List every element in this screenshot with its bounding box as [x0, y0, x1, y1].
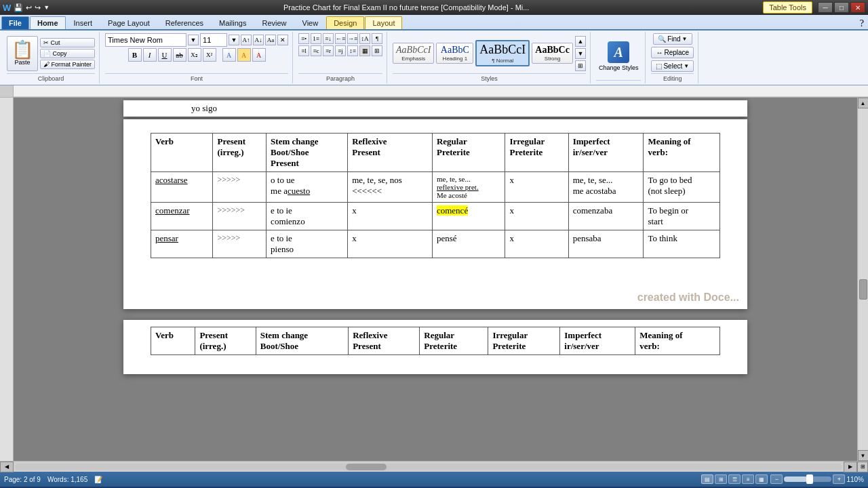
web-layout-button[interactable]: ☰ — [728, 474, 741, 484]
align-left[interactable]: ≡l — [298, 45, 309, 56]
font-size-input[interactable] — [200, 33, 227, 47]
clear-formatting[interactable]: ✕ — [277, 35, 288, 45]
font-name-dropdown[interactable]: ▼ — [188, 35, 199, 45]
outline-button[interactable]: ≡ — [742, 474, 754, 484]
tab-view[interactable]: View — [295, 16, 326, 29]
tab-design[interactable]: Design — [326, 16, 364, 29]
format-painter-button[interactable]: 🖌 Format Painter — [40, 60, 95, 69]
tab-layout[interactable]: Layout — [365, 16, 402, 29]
tab-file[interactable]: File — [1, 16, 29, 29]
replace-button[interactable]: ↔ Replace — [651, 47, 694, 58]
styles-scroll-up[interactable]: ▲ — [575, 36, 586, 47]
page-indicator: Page: 2 of 9 — [4, 476, 41, 483]
tab-page-layout[interactable]: Page Layout — [100, 16, 157, 29]
corner-button[interactable]: ⊞ — [857, 462, 868, 472]
underline-button[interactable]: U — [158, 48, 172, 62]
decrease-indent[interactable]: ←≡ — [335, 33, 346, 44]
window-controls: ─ □ ✕ — [818, 2, 865, 13]
sort-button[interactable]: ↕A — [359, 33, 370, 44]
font-size-dropdown[interactable]: ▼ — [229, 35, 239, 45]
superscript-button[interactable]: X² — [203, 48, 216, 62]
style-normal-button[interactable]: AaBbCcI ¶ Normal — [475, 40, 530, 66]
verb-pensar: pensar — [155, 233, 178, 243]
font-size-increase[interactable]: A↑ — [241, 35, 252, 45]
tab-home[interactable]: Home — [30, 16, 66, 29]
paragraph-group: ≡• 1≡ ≡↓ ←≡ →≡ ↕A ¶ ≡l ≡c ≡r ≡j ↕≡ ▦ ⊞ — [294, 32, 387, 83]
text-highlight-button[interactable]: A — [237, 48, 251, 62]
zoom-in-button[interactable]: + — [833, 474, 845, 484]
title-bar-left: W 💾 ↩ ↪ ▼ — [3, 3, 50, 13]
style-emphasis-button[interactable]: AaBbCcI Emphasis — [393, 43, 434, 64]
styles-scroll-down[interactable]: ▼ — [575, 48, 586, 59]
print-layout-button[interactable]: ▤ — [701, 474, 713, 484]
shading-button[interactable]: ▦ — [359, 45, 370, 56]
scroll-left-button[interactable]: ◀ — [0, 462, 14, 472]
tab-review[interactable]: Review — [254, 16, 294, 29]
multilevel-button[interactable]: ≡↓ — [323, 33, 334, 44]
draft-button[interactable]: ▦ — [755, 474, 768, 484]
numbering-button[interactable]: 1≡ — [311, 33, 321, 44]
styles-group: AaBbCcI Emphasis AaBbC Heading 1 AaBbCcI… — [389, 32, 591, 83]
tab-insert[interactable]: Insert — [66, 16, 100, 29]
align-right[interactable]: ≡r — [323, 45, 334, 56]
cell-imperfect-comenzar: comenzaba — [568, 203, 644, 230]
find-button[interactable]: 🔍 Find ▼ — [653, 33, 692, 45]
italic-button[interactable]: I — [143, 48, 157, 62]
font-color-button[interactable]: A — [252, 48, 266, 62]
replace-icon: ↔ — [656, 49, 663, 56]
document-scroll-area[interactable]: yo sigo Verb Present(irreg.) Stem change… — [14, 98, 857, 461]
paste-button[interactable]: 📋 Paste — [7, 36, 38, 71]
select-dropdown-icon: ▼ — [684, 63, 689, 69]
scroll-track[interactable] — [859, 108, 868, 450]
tab-references[interactable]: References — [158, 16, 211, 29]
borders-button[interactable]: ⊞ — [372, 45, 382, 56]
full-screen-button[interactable]: ⊞ — [715, 474, 727, 484]
font-case-toggle[interactable]: Aa — [265, 35, 276, 45]
scroll-thumb[interactable] — [859, 279, 867, 300]
text-effects-button[interactable]: A — [222, 48, 236, 62]
zoom-thumb[interactable] — [806, 474, 813, 484]
change-styles-button[interactable]: A Change Styles — [596, 41, 642, 72]
maximize-button[interactable]: □ — [834, 2, 849, 13]
align-center[interactable]: ≡c — [311, 45, 321, 56]
cut-button[interactable]: ✂ Cut — [40, 38, 95, 47]
style-strong-button[interactable]: AaBbCc Strong — [532, 43, 573, 64]
strikethrough-button[interactable]: ab — [173, 48, 186, 62]
justify[interactable]: ≡j — [335, 45, 346, 56]
clipboard-group-content: 📋 Paste ✂ Cut 📄 Copy 🖌 Format Painter — [7, 33, 95, 73]
change-styles-group: A Change Styles — [592, 32, 646, 83]
scroll-down-button[interactable]: ▼ — [858, 450, 869, 461]
header-irregular-pret: IrregularPreterite — [505, 134, 568, 172]
scroll-right-button[interactable]: ▶ — [844, 462, 857, 472]
increase-indent[interactable]: →≡ — [347, 33, 358, 44]
bullets-button[interactable]: ≡• — [298, 33, 309, 44]
minimize-button[interactable]: ─ — [818, 2, 833, 13]
horizontal-ruler[interactable]: var s = ''; for(var i=0;i<900;i+=10){ if… — [14, 85, 868, 98]
style-heading1-button[interactable]: AaBbC Heading 1 — [436, 43, 473, 64]
verb-acostarse: acostarse — [155, 175, 188, 185]
font-name-input[interactable] — [105, 33, 186, 47]
scroll-up-button[interactable]: ▲ — [858, 98, 869, 108]
style-heading1-label: Heading 1 — [443, 56, 467, 62]
close-button[interactable]: ✕ — [850, 2, 865, 13]
style-emphasis-label: Emphasis — [401, 56, 425, 62]
zoom-slider[interactable] — [784, 476, 831, 482]
zoom-out-button[interactable]: − — [770, 474, 783, 484]
select-button[interactable]: ⬚ Select ▼ — [651, 60, 694, 72]
tab-mailings[interactable]: Mailings — [212, 16, 254, 29]
line-spacing[interactable]: ↕≡ — [347, 45, 358, 56]
h-scroll-thumb[interactable] — [346, 464, 387, 470]
copy-button[interactable]: 📄 Copy — [40, 49, 95, 58]
subscript-button[interactable]: X₂ — [188, 48, 201, 62]
quick-access-save[interactable]: 💾 — [14, 3, 23, 12]
quick-access-redo[interactable]: ↪ — [35, 3, 41, 12]
bold-button[interactable]: B — [128, 48, 142, 62]
header-imperfect: Imperfectir/ser/ver — [568, 134, 644, 172]
styles-more[interactable]: ⊞ — [575, 60, 586, 71]
show-hide-button[interactable]: ¶ — [372, 33, 382, 44]
help-button[interactable]: ? — [860, 18, 864, 29]
quick-access-more[interactable]: ▼ — [43, 4, 50, 11]
quick-access-undo[interactable]: ↩ — [26, 3, 32, 12]
h-scroll-track[interactable] — [15, 464, 842, 470]
font-size-decrease[interactable]: A↓ — [253, 35, 264, 45]
